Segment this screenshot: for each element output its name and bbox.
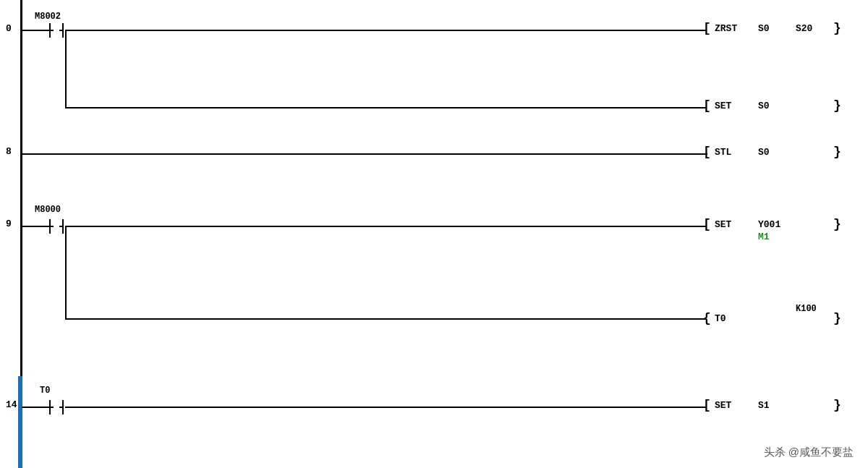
zrst-instr: ZRST: [715, 23, 737, 34]
set-s0-op1: S0: [758, 101, 770, 111]
contact-label-T0: T0: [40, 386, 50, 396]
row-number-8: 8: [6, 146, 12, 157]
set-s1-op1: S1: [758, 400, 770, 411]
row-number-14: 14: [6, 399, 17, 410]
set-y001-op1: Y001: [758, 219, 780, 230]
stl-s0-left-bracket: [: [703, 145, 711, 159]
rung-line-0-branch2: [65, 107, 706, 109]
row-number-9: 9: [6, 218, 12, 229]
set-s0-left-bracket: [: [703, 98, 711, 113]
stl-s0-instr: STL: [715, 147, 731, 158]
contact-M8002: [49, 23, 65, 38]
contact-label-M8000: M8000: [35, 205, 61, 215]
set-s0-right-bracket: }: [833, 98, 841, 113]
zrst-op1: S0: [758, 23, 770, 34]
set-y001-right-bracket: }: [833, 217, 841, 231]
t0-right-curly: }: [833, 311, 841, 326]
contact-T0: [49, 400, 65, 414]
rung-line-14-post-contact: [65, 407, 706, 408]
zrst-right-bracket: }: [833, 21, 841, 35]
stl-s0-right-bracket: }: [833, 145, 841, 159]
watermark: 头杀 @咸鱼不要盐: [764, 446, 854, 459]
zrst-left-bracket: [: [703, 21, 711, 35]
t0-instr: T0: [715, 313, 726, 324]
rung-line-14-pre-contact: [22, 407, 49, 408]
zrst-op2: S20: [796, 23, 812, 34]
vert-drop-9: [65, 226, 67, 318]
rung-line-9-post-contact: [65, 226, 706, 227]
set-s1-right-bracket: }: [833, 398, 841, 412]
rung-line-0-post-contact: [65, 30, 706, 31]
ladder-diagram: 0 M8002 [ ZRST S0 S20 } [ SET S0 } 8 [ S…: [0, 0, 868, 468]
rung-line-8: [22, 153, 707, 155]
left-power-rail: [20, 0, 22, 420]
vert-drop-0: [65, 30, 67, 108]
left-rail-blue-highlight: [18, 376, 22, 468]
contact-M8000: [49, 219, 65, 234]
rung-line-9-branch2: [65, 318, 706, 320]
stl-s0-op1: S0: [758, 147, 770, 158]
t0-left-curly: {: [703, 311, 711, 326]
set-s1-instr: SET: [715, 400, 731, 411]
contact-label-M8002: M8002: [35, 12, 61, 22]
t0-k100-label: K100: [796, 304, 817, 314]
row-number-0: 0: [6, 23, 12, 34]
set-s1-left-bracket: [: [703, 398, 711, 412]
set-s0-instr: SET: [715, 101, 731, 111]
rung-line-9-pre-contact: [22, 226, 49, 227]
set-y001-left-bracket: [: [703, 217, 711, 231]
set-y001-green-label: M1: [758, 231, 770, 242]
set-y001-instr: SET: [715, 219, 731, 230]
rung-line-0-pre-contact: [22, 30, 49, 31]
